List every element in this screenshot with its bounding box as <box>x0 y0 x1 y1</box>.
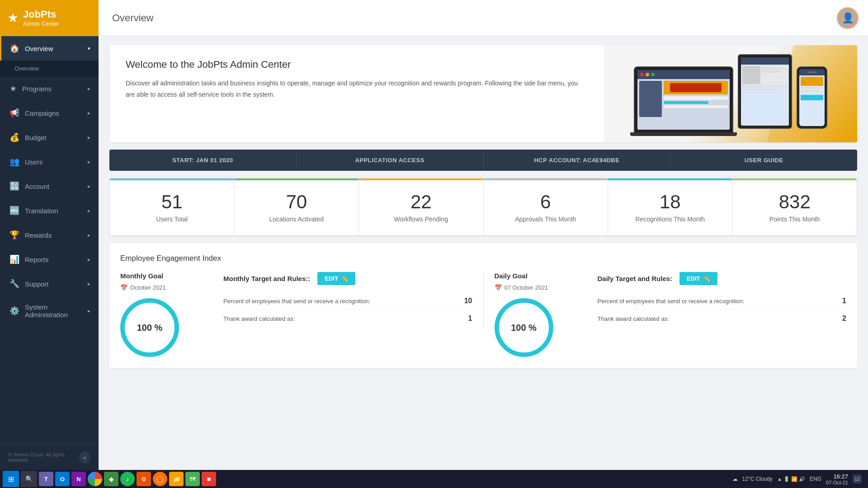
sidebar-item-rewards[interactable]: 🏆 Rewards ▸ <box>0 223 99 247</box>
taskbar-firefox[interactable]: ◯ <box>153 472 167 486</box>
chevron-right-icon-account: ▸ <box>88 183 90 189</box>
app-name: JobPts <box>23 9 59 20</box>
collapse-button[interactable]: « <box>79 451 90 464</box>
sidebar-copyright: © Semos Cloud. All rights reserved. <box>8 452 79 463</box>
sysadmin-icon: ⚙️ <box>9 306 19 316</box>
monthly-rules-column: Monthly Target and Rules:: EDIT ✏️ Perce… <box>212 272 484 327</box>
sidebar-label-reports: Reports <box>25 256 49 263</box>
sidebar-footer: © Semos Cloud. All rights reserved. « <box>0 444 99 470</box>
tray-icons: ▲ 🔋 📶 🔊 <box>777 476 805 482</box>
sidebar-item-overview-sub[interactable]: Overview <box>0 61 99 76</box>
stat-card-approvals[interactable]: 6 Approvals This Month <box>484 178 609 235</box>
taskbar: ⊞ 🔍 T O N ◆ ♪ ⚙ ◯ 📁 🗺 ■ ☁ 12°C Cloudy ▲ … <box>0 470 868 488</box>
tray-lang: ENG <box>810 476 821 482</box>
engagement-section: Employee Engagement Index Monthly Goal 📅… <box>109 243 857 368</box>
sidebar-item-translation[interactable]: 🔤 Translation ▸ <box>0 198 99 223</box>
taskbar-orange[interactable]: ⚙ <box>137 472 151 486</box>
sidebar-item-support[interactable]: 🔧 Support ▸ <box>0 272 99 296</box>
notification-badge[interactable]: 12 <box>853 474 862 483</box>
page-title: Overview <box>99 12 836 24</box>
chevron-right-icon-rewards: ▸ <box>88 232 90 238</box>
chevron-down-icon: ▾ <box>88 46 90 52</box>
daily-rule-label-1: Thank award calculated as: <box>598 315 669 322</box>
sidebar-nav: 🏠 Overview ▾ Overview ★ Programs ▸ 📢 Cam… <box>0 36 99 326</box>
sidebar-label-translation: Translation <box>25 207 58 215</box>
weather-temp: 12°C Cloudy <box>742 476 773 482</box>
chevron-right-icon-sysadmin: ▸ <box>88 308 90 314</box>
daily-rule-label-0: Percent of employees that send or receiv… <box>598 298 745 305</box>
taskbar-outlook[interactable]: O <box>55 472 70 486</box>
stat-card-points[interactable]: 832 Points This Month <box>733 178 857 235</box>
taskbar-maps[interactable]: 🗺 <box>185 472 200 486</box>
taskbar-teams[interactable]: T <box>39 472 53 486</box>
sidebar-item-overview[interactable]: 🏠 Overview ▾ <box>0 36 99 61</box>
info-bar: START: JAN 01 2020 APPLICATION ACCESS HC… <box>109 150 857 171</box>
logo-area: ★ JobPts Admin Center <box>0 0 99 36</box>
stat-card-locations[interactable]: 70 Locations Activated <box>235 178 359 235</box>
sidebar-item-budget[interactable]: 💰 Budget ▸ <box>0 125 99 150</box>
sidebar-item-sysadmin[interactable]: ⚙️ System Administration ▸ <box>0 296 99 326</box>
taskbar-folder[interactable]: 📁 <box>169 472 184 486</box>
edit-icon-daily: ✏️ <box>703 275 710 282</box>
monthly-rule-label-0: Percent of employees that send or receiv… <box>223 298 370 305</box>
stat-number-recognitions: 18 <box>617 191 723 213</box>
daily-rule-value-1: 2 <box>842 314 846 323</box>
chevron-right-icon-users: ▸ <box>88 159 90 165</box>
info-bar-hcp-account: HCP ACCOUNT: AC4E94DBE <box>484 150 671 171</box>
taskbar-chrome[interactable] <box>88 472 102 486</box>
taskbar-onenote[interactable]: N <box>71 472 86 486</box>
chevron-right-icon-budget: ▸ <box>88 135 90 141</box>
monthly-goal-column: Monthly Goal 📅 October 2021 100 % <box>120 272 202 357</box>
taskbar-greenapp[interactable]: ◆ <box>104 472 118 486</box>
translation-icon: 🔤 <box>9 206 19 216</box>
monthly-goal-circle: 100 % <box>120 298 179 357</box>
logo-star-icon: ★ <box>7 10 19 25</box>
engagement-grid: Monthly Goal 📅 October 2021 100 % Monthl… <box>120 272 846 357</box>
welcome-banner: Welcome to the JobPts Admin Center Disco… <box>109 45 857 142</box>
welcome-image-area <box>604 45 857 142</box>
sidebar-label-programs: Programs <box>22 85 52 93</box>
sidebar-item-users[interactable]: 👥 Users ▸ <box>0 150 99 174</box>
chevron-right-icon-translation: ▸ <box>88 208 90 214</box>
account-icon: 🔣 <box>9 181 19 191</box>
engagement-title: Employee Engagement Index <box>120 254 846 263</box>
user-avatar[interactable]: 👤 <box>836 7 859 29</box>
monthly-rule-value-0: 10 <box>464 297 472 305</box>
info-bar-user-guide[interactable]: USER GUIDE <box>670 150 857 171</box>
stat-card-recognitions[interactable]: 18 Recognitions This Month <box>608 178 733 235</box>
sidebar-label-account: Account <box>25 183 49 190</box>
stat-label-points: Points This Month <box>742 216 848 223</box>
info-bar-start-date: START: JAN 01 2020 <box>109 150 297 171</box>
taskbar-spotify[interactable]: ♪ <box>120 472 135 486</box>
sidebar-label-overview: Overview <box>25 45 53 52</box>
monthly-goal-date-text: October 2021 <box>130 284 166 291</box>
monthly-goal-date: 📅 October 2021 <box>120 284 202 291</box>
monthly-rule-value-1: 1 <box>468 314 472 323</box>
info-bar-app-access[interactable]: APPLICATION ACCESS <box>297 150 484 171</box>
stat-label-locations: Locations Activated <box>244 216 350 223</box>
search-button[interactable]: 🔍 <box>21 471 37 487</box>
chevron-right-icon-support: ▸ <box>88 281 90 287</box>
stat-number-users: 51 <box>119 191 225 213</box>
chevron-right-icon-programs: ▸ <box>88 86 90 92</box>
monthly-rule-label-1: Thank award calculated as: <box>223 315 295 322</box>
daily-edit-button[interactable]: EDIT ✏️ <box>679 272 717 285</box>
taskbar-red[interactable]: ■ <box>202 472 216 486</box>
stat-number-approvals: 6 <box>493 191 599 213</box>
monthly-rule-row-0: Percent of employees that send or receiv… <box>223 292 472 310</box>
budget-icon: 💰 <box>9 132 19 142</box>
sidebar-item-programs[interactable]: ★ Programs ▸ <box>0 76 99 101</box>
stat-card-workflows[interactable]: 22 Workflows Pending <box>359 178 484 235</box>
sidebar-item-reports[interactable]: 📊 Reports ▸ <box>0 247 99 272</box>
sidebar-item-campaigns[interactable]: 📢 Campaigns ▸ <box>0 101 99 125</box>
sidebar-item-account[interactable]: 🔣 Account ▸ <box>0 174 99 198</box>
users-icon: 👥 <box>9 157 19 167</box>
monthly-edit-button[interactable]: EDIT ✏️ <box>317 272 355 285</box>
sidebar-label-users: Users <box>25 158 42 166</box>
stat-number-locations: 70 <box>244 191 350 213</box>
chevron-right-icon-campaigns: ▸ <box>88 110 90 116</box>
start-button[interactable]: ⊞ <box>3 471 19 487</box>
sidebar-label-sysadmin: System Administration <box>25 303 82 319</box>
stat-card-users[interactable]: 51 Users Total <box>110 178 235 235</box>
stats-row: 51 Users Total 70 Locations Activated 22… <box>109 178 857 236</box>
